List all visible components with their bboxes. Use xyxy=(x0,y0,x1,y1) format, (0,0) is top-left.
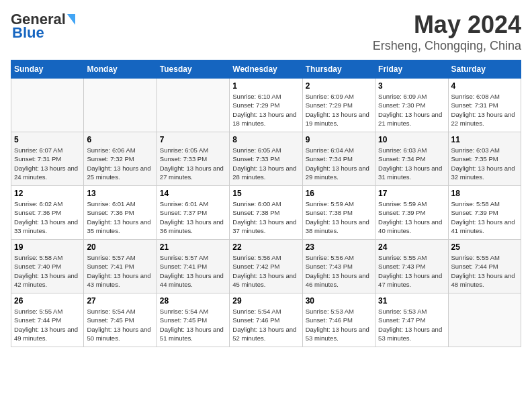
day-info: Sunrise: 5:55 AMSunset: 7:44 PMDaylight:… xyxy=(14,307,81,342)
calendar-cell: 13Sunrise: 6:01 AMSunset: 7:36 PMDayligh… xyxy=(84,186,157,240)
day-info: Sunrise: 5:59 AMSunset: 7:38 PMDaylight:… xyxy=(306,199,372,235)
day-info: Sunrise: 5:56 AMSunset: 7:42 PMDaylight:… xyxy=(232,253,299,289)
day-number: 7 xyxy=(160,135,226,144)
day-info: Sunrise: 6:09 AMSunset: 7:30 PMDaylight:… xyxy=(378,92,445,128)
calendar-cell: 20Sunrise: 5:57 AMSunset: 7:41 PMDayligh… xyxy=(84,240,157,293)
calendar-cell: 10Sunrise: 6:03 AMSunset: 7:34 PMDayligh… xyxy=(375,132,448,186)
day-info: Sunrise: 5:58 AMSunset: 7:39 PMDaylight:… xyxy=(451,199,518,235)
day-info: Sunrise: 6:01 AMSunset: 7:36 PMDaylight:… xyxy=(87,199,153,235)
calendar-cell: 6Sunrise: 6:06 AMSunset: 7:32 PMDaylight… xyxy=(84,132,157,186)
day-info: Sunrise: 6:01 AMSunset: 7:37 PMDaylight:… xyxy=(160,199,226,235)
calendar-cell: 28Sunrise: 5:54 AMSunset: 7:45 PMDayligh… xyxy=(157,293,229,347)
day-number: 19 xyxy=(14,242,81,252)
day-info: Sunrise: 6:03 AMSunset: 7:34 PMDaylight:… xyxy=(378,146,445,181)
calendar-cell: 8Sunrise: 6:05 AMSunset: 7:33 PMDaylight… xyxy=(230,132,302,186)
day-number: 11 xyxy=(451,135,518,144)
day-info: Sunrise: 6:08 AMSunset: 7:31 PMDaylight:… xyxy=(451,92,518,128)
day-number: 10 xyxy=(378,135,445,144)
calendar-cell: 11Sunrise: 6:03 AMSunset: 7:35 PMDayligh… xyxy=(448,132,521,186)
day-number: 26 xyxy=(14,296,81,306)
calendar-cell: 14Sunrise: 6:01 AMSunset: 7:37 PMDayligh… xyxy=(157,186,229,240)
calendar-cell: 24Sunrise: 5:55 AMSunset: 7:43 PMDayligh… xyxy=(375,240,448,293)
day-info: Sunrise: 6:09 AMSunset: 7:29 PMDaylight:… xyxy=(306,92,372,128)
day-number: 16 xyxy=(306,189,372,198)
calendar-cell: 19Sunrise: 5:58 AMSunset: 7:40 PMDayligh… xyxy=(11,240,84,293)
logo-arrow-icon xyxy=(67,14,75,25)
day-number: 18 xyxy=(451,189,518,198)
day-number: 14 xyxy=(160,189,226,198)
day-number: 6 xyxy=(87,135,153,144)
day-info: Sunrise: 6:06 AMSunset: 7:32 PMDaylight:… xyxy=(87,146,153,181)
day-number: 22 xyxy=(232,242,299,252)
calendar-cell: 25Sunrise: 5:55 AMSunset: 7:44 PMDayligh… xyxy=(448,240,521,293)
day-number: 20 xyxy=(87,242,153,252)
day-info: Sunrise: 6:05 AMSunset: 7:33 PMDaylight:… xyxy=(160,146,226,181)
day-number: 17 xyxy=(378,189,445,198)
logo: General Blue xyxy=(11,11,75,42)
day-info: Sunrise: 5:58 AMSunset: 7:40 PMDaylight:… xyxy=(14,253,81,289)
day-number: 9 xyxy=(306,135,372,144)
day-info: Sunrise: 5:57 AMSunset: 7:41 PMDaylight:… xyxy=(87,253,153,289)
calendar-cell: 12Sunrise: 6:02 AMSunset: 7:36 PMDayligh… xyxy=(11,186,84,240)
weekday-header-thursday: Thursday xyxy=(302,60,375,79)
calendar-cell: 1Sunrise: 6:10 AMSunset: 7:29 PMDaylight… xyxy=(230,79,302,132)
day-info: Sunrise: 6:04 AMSunset: 7:34 PMDaylight:… xyxy=(306,146,372,181)
calendar-cell: 2Sunrise: 6:09 AMSunset: 7:29 PMDaylight… xyxy=(302,79,375,132)
day-info: Sunrise: 6:02 AMSunset: 7:36 PMDaylight:… xyxy=(14,199,81,235)
weekday-header-friday: Friday xyxy=(375,60,448,79)
day-number: 2 xyxy=(306,81,372,91)
logo-blue: Blue xyxy=(12,24,44,42)
day-number: 21 xyxy=(160,242,226,252)
calendar-cell: 30Sunrise: 5:53 AMSunset: 7:46 PMDayligh… xyxy=(302,293,375,347)
location-title: Ersheng, Chongqing, China xyxy=(373,39,521,53)
calendar-cell xyxy=(448,293,521,347)
day-number: 4 xyxy=(451,81,518,91)
day-info: Sunrise: 5:55 AMSunset: 7:43 PMDaylight:… xyxy=(378,253,445,289)
calendar-cell: 27Sunrise: 5:54 AMSunset: 7:45 PMDayligh… xyxy=(84,293,157,347)
day-number: 1 xyxy=(232,81,299,91)
calendar-cell: 5Sunrise: 6:07 AMSunset: 7:31 PMDaylight… xyxy=(11,132,84,186)
weekday-header-wednesday: Wednesday xyxy=(230,60,302,79)
day-info: Sunrise: 6:07 AMSunset: 7:31 PMDaylight:… xyxy=(14,146,81,181)
calendar-cell: 31Sunrise: 5:53 AMSunset: 7:47 PMDayligh… xyxy=(375,293,448,347)
day-info: Sunrise: 5:53 AMSunset: 7:46 PMDaylight:… xyxy=(306,307,372,342)
day-info: Sunrise: 6:10 AMSunset: 7:29 PMDaylight:… xyxy=(232,92,299,128)
day-info: Sunrise: 5:59 AMSunset: 7:39 PMDaylight:… xyxy=(378,199,445,235)
calendar-table: SundayMondayTuesdayWednesdayThursdayFrid… xyxy=(11,60,521,347)
calendar-cell: 16Sunrise: 5:59 AMSunset: 7:38 PMDayligh… xyxy=(302,186,375,240)
day-info: Sunrise: 6:03 AMSunset: 7:35 PMDaylight:… xyxy=(451,146,518,181)
day-number: 24 xyxy=(378,242,445,252)
weekday-header-tuesday: Tuesday xyxy=(157,60,229,79)
day-number: 12 xyxy=(14,189,81,198)
day-number: 3 xyxy=(378,81,445,91)
calendar-cell: 3Sunrise: 6:09 AMSunset: 7:30 PMDaylight… xyxy=(375,79,448,132)
day-info: Sunrise: 6:05 AMSunset: 7:33 PMDaylight:… xyxy=(232,146,299,181)
weekday-header-saturday: Saturday xyxy=(448,60,521,79)
day-info: Sunrise: 5:55 AMSunset: 7:44 PMDaylight:… xyxy=(451,253,518,289)
calendar-cell: 17Sunrise: 5:59 AMSunset: 7:39 PMDayligh… xyxy=(375,186,448,240)
day-number: 23 xyxy=(306,242,372,252)
day-number: 28 xyxy=(160,296,226,306)
day-info: Sunrise: 5:54 AMSunset: 7:46 PMDaylight:… xyxy=(232,307,299,342)
calendar-cell: 23Sunrise: 5:56 AMSunset: 7:43 PMDayligh… xyxy=(302,240,375,293)
day-number: 29 xyxy=(232,296,299,306)
calendar-cell: 21Sunrise: 5:57 AMSunset: 7:41 PMDayligh… xyxy=(157,240,229,293)
calendar-cell: 29Sunrise: 5:54 AMSunset: 7:46 PMDayligh… xyxy=(230,293,302,347)
day-number: 13 xyxy=(87,189,153,198)
calendar-cell: 7Sunrise: 6:05 AMSunset: 7:33 PMDaylight… xyxy=(157,132,229,186)
calendar-cell xyxy=(157,79,229,132)
calendar-cell: 9Sunrise: 6:04 AMSunset: 7:34 PMDaylight… xyxy=(302,132,375,186)
day-number: 31 xyxy=(378,296,445,306)
day-number: 8 xyxy=(232,135,299,144)
day-info: Sunrise: 5:54 AMSunset: 7:45 PMDaylight:… xyxy=(87,307,153,342)
day-number: 27 xyxy=(87,296,153,306)
month-title: May 2024 xyxy=(373,11,521,39)
calendar-cell: 18Sunrise: 5:58 AMSunset: 7:39 PMDayligh… xyxy=(448,186,521,240)
calendar-cell: 15Sunrise: 6:00 AMSunset: 7:38 PMDayligh… xyxy=(230,186,302,240)
calendar-cell: 22Sunrise: 5:56 AMSunset: 7:42 PMDayligh… xyxy=(230,240,302,293)
day-number: 25 xyxy=(451,242,518,252)
weekday-header-monday: Monday xyxy=(84,60,157,79)
day-number: 15 xyxy=(232,189,299,198)
day-info: Sunrise: 5:56 AMSunset: 7:43 PMDaylight:… xyxy=(306,253,372,289)
calendar-cell xyxy=(84,79,157,132)
